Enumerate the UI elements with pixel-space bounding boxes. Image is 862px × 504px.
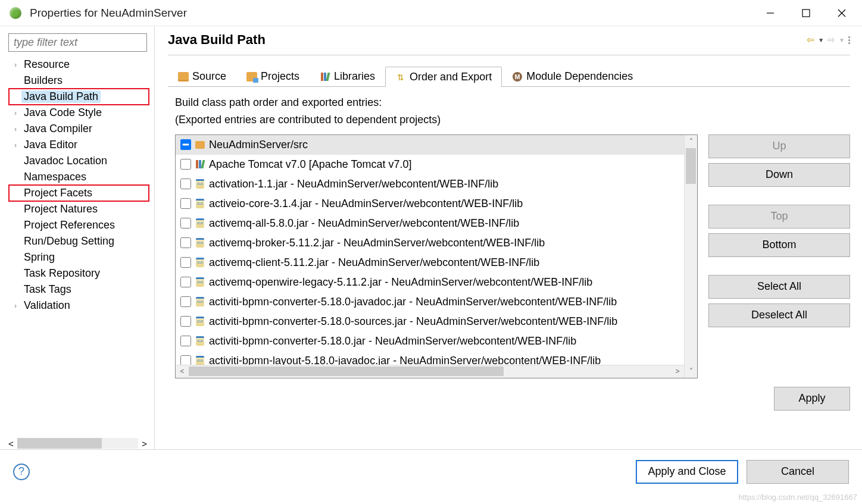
list-item[interactable]: activemq-broker-5.11.2.jar - NeuAdminSer… — [176, 233, 684, 253]
nav-item-validation[interactable]: ›Validation — [5, 298, 152, 314]
list-item-label: activation-1.1.jar - NeuAdminServer/webc… — [209, 178, 498, 190]
nav-item-label: Run/Debug Setting — [21, 235, 117, 248]
nav-item-task-repository[interactable]: ›Task Repository — [5, 265, 152, 281]
menu-icon[interactable] — [848, 36, 850, 44]
chevron-right-icon: › — [11, 302, 20, 310]
export-checkbox[interactable] — [180, 277, 191, 287]
nav-item-java-compiler[interactable]: ›Java Compiler — [5, 121, 152, 137]
export-checkbox[interactable] — [180, 159, 191, 170]
chevron-right-icon: › — [11, 61, 20, 69]
export-checkbox[interactable] — [180, 296, 191, 307]
jar-icon — [195, 257, 205, 268]
list-item[interactable]: activiti-bpmn-converter-5.18.0.jar - Neu… — [176, 331, 684, 351]
bottom-button[interactable]: Bottom — [708, 233, 850, 257]
export-checkbox[interactable] — [180, 198, 191, 209]
nav-item-spring[interactable]: ›Spring — [5, 249, 152, 265]
nav-item-task-tags[interactable]: ›Task Tags — [5, 281, 152, 298]
list-item[interactable]: activeio-core-3.1.4.jar - NeuAdminServer… — [176, 194, 684, 214]
list-item[interactable]: activemq-all-5.8.0.jar - NeuAdminServer/… — [176, 214, 684, 233]
nav-item-run-debug-setting[interactable]: ›Run/Debug Setting — [5, 233, 152, 249]
list-item-label: activemq-broker-5.11.2.jar - NeuAdminSer… — [209, 237, 545, 249]
export-checkbox[interactable] — [180, 218, 191, 228]
instruction-line-1: Build class path order and exported entr… — [175, 94, 850, 111]
up-button[interactable]: Up — [708, 134, 850, 158]
nav-tree: ›Resource›Builders›Java Build Path›Java … — [4, 57, 152, 437]
nav-item-java-build-path[interactable]: ›Java Build Path — [5, 89, 152, 105]
jar-icon — [195, 237, 205, 248]
chevron-right-icon: › — [11, 109, 20, 117]
list-item[interactable]: activemq-client-5.11.2.jar - NeuAdminSer… — [176, 253, 684, 273]
library-icon — [195, 159, 205, 170]
tab-label: Projects — [261, 70, 299, 83]
tab-order-and-export[interactable]: ⇅Order and Export — [385, 67, 502, 87]
entries-list: NeuAdminServer/srcApache Tomcat v7.0 [Ap… — [175, 134, 698, 378]
nav-item-project-facets[interactable]: ›Project Facets — [5, 185, 152, 201]
export-checkbox[interactable] — [180, 257, 191, 268]
nav-item-label: Task Repository — [21, 267, 102, 280]
window-title: Properties for NeuAdminServer — [30, 7, 187, 20]
tab-label: Order and Export — [410, 71, 492, 83]
horizontal-scrollbar[interactable]: <> — [176, 365, 684, 378]
apply-and-close-button[interactable]: Apply and Close — [636, 460, 738, 484]
list-item[interactable]: activiti-bpmn-converter-5.18.0-sources.j… — [176, 312, 684, 331]
cancel-button[interactable]: Cancel — [747, 460, 849, 484]
top-button[interactable]: Top — [708, 205, 850, 228]
nav-item-label: Resource — [21, 58, 72, 71]
tab-projects[interactable]: Projects — [236, 66, 310, 86]
nav-item-resource[interactable]: ›Resource — [5, 57, 152, 73]
nav-item-builders[interactable]: ›Builders — [5, 73, 152, 89]
select-all-button[interactable]: Select All — [708, 275, 850, 299]
export-checkbox[interactable] — [180, 139, 191, 150]
chevron-right-icon: › — [11, 141, 20, 149]
minimize-button[interactable] — [752, 1, 788, 25]
list-item-label: NeuAdminServer/src — [209, 139, 308, 151]
nav-item-project-references[interactable]: ›Project References — [5, 217, 152, 233]
close-button[interactable] — [824, 1, 860, 25]
forward-dropdown-icon[interactable]: ▼ — [839, 37, 845, 43]
list-item-label: activiti-bpmn-converter-5.18.0-sources.j… — [209, 315, 617, 328]
folder-icon — [178, 72, 189, 82]
sidebar-hscroll[interactable]: <> — [4, 437, 152, 449]
export-checkbox[interactable] — [180, 237, 191, 248]
nav-item-label: Builders — [21, 74, 65, 87]
nav-item-javadoc-location[interactable]: ›Javadoc Location — [5, 153, 152, 169]
nav-item-java-editor[interactable]: ›Java Editor — [5, 137, 152, 153]
deselect-all-button[interactable]: Deselect All — [708, 303, 850, 327]
tab-libraries[interactable]: Libraries — [310, 66, 385, 86]
back-icon[interactable]: ⇦ — [807, 35, 814, 45]
help-icon[interactable]: ? — [13, 464, 30, 480]
export-checkbox[interactable] — [180, 336, 191, 346]
export-checkbox[interactable] — [180, 179, 191, 189]
nav-item-java-code-style[interactable]: ›Java Code Style — [5, 105, 152, 121]
export-checkbox[interactable] — [180, 316, 191, 327]
nav-item-namespaces[interactable]: ›Namespaces — [5, 169, 152, 185]
vertical-scrollbar[interactable]: ˄˅ — [684, 135, 697, 378]
list-item[interactable]: activation-1.1.jar - NeuAdminServer/webc… — [176, 174, 684, 194]
nav-item-label: Java Build Path — [21, 90, 101, 103]
nav-item-project-natures[interactable]: ›Project Natures — [5, 201, 152, 217]
filter-input[interactable] — [8, 33, 147, 52]
tab-module-dependencies[interactable]: MModule Dependencies — [502, 66, 643, 86]
list-item-label: activiti-bpmn-converter-5.18.0-javadoc.j… — [209, 296, 617, 308]
maximize-button[interactable] — [788, 1, 824, 25]
list-item[interactable]: activiti-bpmn-converter-5.18.0-javadoc.j… — [176, 292, 684, 312]
nav-item-label: Namespaces — [21, 171, 89, 183]
tab-source[interactable]: Source — [168, 66, 236, 86]
tab-label: Module Dependencies — [526, 70, 633, 83]
forward-icon[interactable]: ⇨ — [827, 35, 835, 45]
nav-item-label: Project Natures — [21, 203, 100, 215]
tab-bar: SourceProjectsLibraries⇅Order and Export… — [168, 66, 850, 87]
list-item[interactable]: activemq-openwire-legacy-5.11.2.jar - Ne… — [176, 273, 684, 292]
list-item[interactable]: Apache Tomcat v7.0 [Apache Tomcat v7.0] — [176, 155, 684, 174]
nav-item-label: Java Compiler — [21, 123, 95, 135]
list-item[interactable]: NeuAdminServer/src — [176, 135, 684, 155]
nav-item-label: Java Code Style — [21, 107, 104, 119]
svg-rect-1 — [802, 10, 810, 17]
down-button[interactable]: Down — [708, 163, 850, 187]
nav-item-label: Project Facets — [21, 187, 95, 199]
nav-item-label: Project References — [21, 219, 117, 231]
apply-button[interactable]: Apply — [774, 387, 850, 411]
back-dropdown-icon[interactable]: ▼ — [818, 37, 824, 43]
main-panel: Java Build Path ⇦ ▼ ⇨ ▼ SourceProjectsLi… — [155, 26, 862, 449]
jar-icon — [195, 218, 205, 228]
